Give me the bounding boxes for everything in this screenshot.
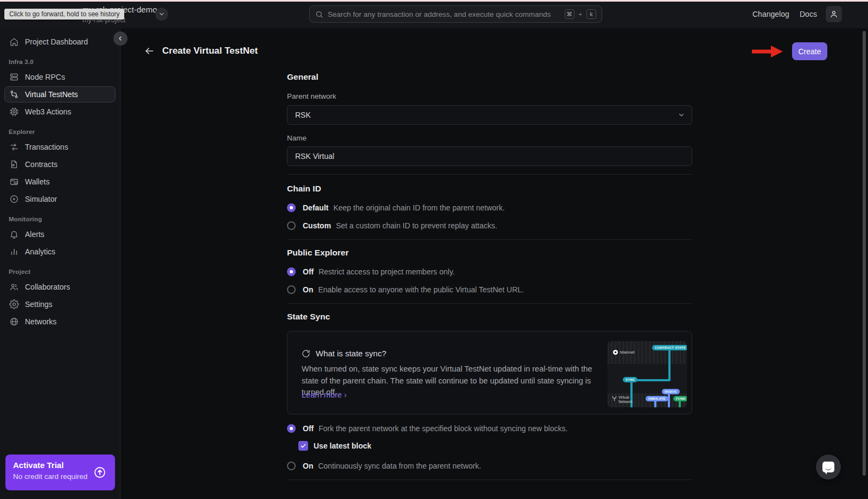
transactions-icon bbox=[9, 142, 19, 152]
sidebar-item-label: Collaborators bbox=[25, 283, 70, 291]
radio-unselected-icon[interactable] bbox=[287, 285, 296, 294]
person-icon bbox=[829, 10, 838, 18]
sidebar-item-analytics[interactable]: Analytics bbox=[4, 244, 116, 260]
public-explorer-option-on[interactable]: On Enable access to anyone with the publ… bbox=[287, 285, 692, 294]
state-sync-option-off[interactable]: Off Fork the parent network at the speci… bbox=[287, 424, 692, 433]
fork-icon bbox=[612, 395, 617, 401]
learn-more-text: Learn more bbox=[302, 391, 342, 399]
chat-widget-button[interactable] bbox=[816, 455, 841, 479]
account-menu-button[interactable] bbox=[826, 6, 842, 22]
option-desc: Continuously sync data from the parent n… bbox=[318, 462, 481, 470]
virtual-testnets-icon bbox=[9, 89, 19, 99]
virtual-network-label: Virtual Network bbox=[618, 395, 633, 404]
chat-bubble-icon bbox=[822, 462, 834, 472]
state-sync-info-card: What is state sync? When turned on, stat… bbox=[287, 331, 692, 414]
sidebar-item-transactions[interactable]: Transactions bbox=[4, 139, 116, 155]
chain-id-option-default[interactable]: Default Keep the original chain ID from … bbox=[287, 203, 692, 212]
option-desc: Keep the original chain ID from the pare… bbox=[333, 203, 505, 212]
home-icon bbox=[9, 37, 19, 47]
gear-icon bbox=[9, 299, 19, 309]
sync-pill: SYNC bbox=[623, 377, 637, 382]
sidebar-item-virtual-testnets[interactable]: Virtual TestNets bbox=[4, 86, 116, 103]
sidebar-item-label: Settings bbox=[25, 300, 53, 309]
sidebar-collapse-button[interactable] bbox=[113, 31, 127, 46]
option-label: On bbox=[303, 285, 313, 294]
name-label: Name bbox=[287, 134, 692, 143]
parent-network-select[interactable]: RSK bbox=[287, 105, 692, 125]
bar-chart-icon bbox=[9, 247, 19, 257]
option-desc: Set a custom chain ID to prevent replay … bbox=[336, 221, 497, 230]
card-body: When turned on, state sync keeps your Vi… bbox=[302, 363, 603, 399]
back-button[interactable] bbox=[144, 46, 155, 56]
radio-selected-icon[interactable] bbox=[287, 424, 296, 433]
public-explorer-heading: Public Explorer bbox=[287, 248, 692, 258]
bell-icon bbox=[9, 229, 19, 239]
use-latest-block-row[interactable]: Use latest block bbox=[298, 441, 692, 451]
mainnet-icon bbox=[613, 350, 618, 355]
general-heading: General bbox=[287, 72, 692, 82]
sidebar-section-monitoring: Monitoring bbox=[9, 216, 111, 222]
create-button[interactable]: Create bbox=[792, 42, 827, 60]
sidebar-item-label: Transactions bbox=[25, 143, 68, 151]
simulate-pill: SIMULATE bbox=[646, 396, 668, 401]
sidebar-item-project-dashboard[interactable]: Project Dashboard bbox=[4, 34, 116, 50]
cpu-icon bbox=[9, 107, 19, 117]
option-label: Off bbox=[303, 424, 314, 433]
divider bbox=[287, 479, 692, 480]
sidebar-item-networks[interactable]: Networks bbox=[4, 314, 116, 330]
chevron-down-icon bbox=[678, 111, 685, 119]
sidebar: Project Dashboard Infra 3.0 Node RPCs Vi… bbox=[0, 28, 120, 499]
radio-unselected-icon[interactable] bbox=[287, 462, 296, 470]
sidebar-item-settings[interactable]: Settings bbox=[4, 296, 116, 312]
sidebar-item-label: Contracts bbox=[25, 160, 58, 169]
search-input[interactable] bbox=[328, 10, 560, 18]
page-scrollbar[interactable] bbox=[863, 31, 866, 476]
debug-pill: DEBUG bbox=[662, 389, 680, 394]
sidebar-item-label: Analytics bbox=[25, 247, 55, 256]
window-top-edge bbox=[0, 0, 868, 2]
server-icon bbox=[9, 72, 19, 82]
changelog-link[interactable]: Changelog bbox=[752, 10, 789, 18]
chevron-right-icon: › bbox=[344, 391, 347, 399]
sidebar-item-wallets[interactable]: Wallets bbox=[4, 174, 116, 190]
chain-id-option-custom[interactable]: Custom Set a custom chain ID to prevent … bbox=[287, 221, 692, 230]
sidebar-item-contracts[interactable]: Contracts bbox=[4, 156, 116, 172]
divider bbox=[287, 174, 692, 175]
divider bbox=[287, 303, 692, 304]
sidebar-item-web3-actions[interactable]: Web3 Actions bbox=[4, 104, 116, 120]
parent-network-value: RSK bbox=[295, 111, 311, 119]
state-sync-option-on[interactable]: On Continuously sync data from the paren… bbox=[287, 462, 692, 470]
virtual-network-node: Virtual Network bbox=[612, 395, 633, 404]
sidebar-item-alerts[interactable]: Alerts bbox=[4, 226, 116, 242]
users-icon bbox=[9, 282, 19, 292]
fund-pill: FUND bbox=[673, 396, 687, 401]
sidebar-item-simulator[interactable]: Simulator bbox=[4, 191, 116, 207]
sidebar-item-collaborators[interactable]: Collaborators bbox=[4, 279, 116, 295]
state-sync-heading: State Sync bbox=[287, 312, 692, 322]
cmd-key-badge: ⌘ bbox=[565, 9, 575, 19]
name-input[interactable] bbox=[295, 152, 684, 161]
wallet-icon bbox=[9, 177, 19, 187]
sidebar-item-label: Virtual TestNets bbox=[25, 90, 78, 99]
activate-trial-banner[interactable]: Activate Trial No credit card required bbox=[5, 455, 115, 490]
page-title: Create Virtual TestNet bbox=[162, 46, 258, 56]
sidebar-item-node-rpcs[interactable]: Node RPCs bbox=[4, 69, 116, 85]
sync-refresh-icon bbox=[302, 349, 310, 358]
docs-link[interactable]: Docs bbox=[800, 10, 817, 18]
radio-selected-icon[interactable] bbox=[287, 267, 296, 276]
radio-unselected-icon[interactable] bbox=[287, 221, 296, 230]
state-sync-illustration: Mainnet CONTRACT STATE SYNC DEBUG SIMULA… bbox=[608, 341, 687, 407]
sidebar-section-infra: Infra 3.0 bbox=[9, 59, 111, 65]
checkbox-checked-icon[interactable] bbox=[298, 441, 308, 451]
chevron-down-icon bbox=[158, 11, 165, 17]
project-switcher-button[interactable] bbox=[155, 8, 168, 21]
learn-more-link[interactable]: Learn more › bbox=[302, 391, 347, 399]
globe-icon bbox=[9, 317, 19, 327]
public-explorer-option-off[interactable]: Off Restrict access to project members o… bbox=[287, 267, 692, 276]
sidebar-item-label: Wallets bbox=[25, 177, 49, 186]
topbar: my-rsk-project-demo my-rsk-project ⌘ + k… bbox=[0, 0, 868, 28]
sidebar-item-label: Web3 Actions bbox=[25, 107, 71, 116]
global-search[interactable]: ⌘ + k bbox=[309, 5, 602, 23]
radio-selected-icon[interactable] bbox=[287, 203, 296, 212]
sidebar-item-label: Node RPCs bbox=[25, 73, 65, 81]
